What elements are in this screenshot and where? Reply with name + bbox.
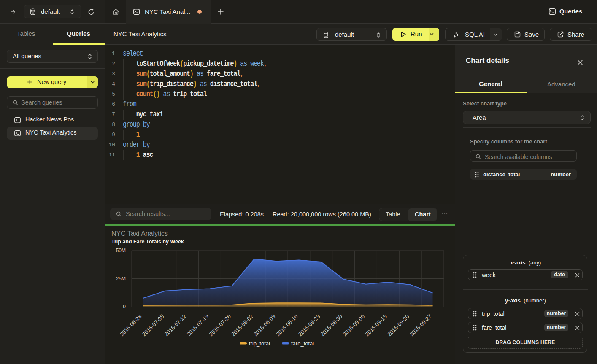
svg-text:2015-08-16: 2015-08-16: [275, 313, 299, 338]
svg-text:2015-08-23: 2015-08-23: [297, 313, 321, 338]
svg-text:fare_total: fare_total: [291, 340, 314, 347]
svg-text:0: 0: [123, 304, 126, 310]
svg-text:2015-09-13: 2015-09-13: [364, 313, 388, 338]
svg-text:2015-08-30: 2015-08-30: [319, 313, 344, 338]
svg-text:50M: 50M: [116, 248, 126, 253]
svg-text:2015-07-26: 2015-07-26: [208, 313, 232, 338]
svg-text:2015-06-28: 2015-06-28: [119, 313, 143, 338]
svg-text:2015-09-27: 2015-09-27: [408, 313, 433, 338]
svg-text:trip_total: trip_total: [249, 340, 270, 347]
svg-text:2015-07-05: 2015-07-05: [141, 313, 165, 338]
svg-text:2015-08-02: 2015-08-02: [230, 313, 254, 338]
svg-text:2015-07-19: 2015-07-19: [185, 313, 210, 338]
svg-text:2015-09-06: 2015-09-06: [341, 313, 366, 338]
svg-text:2015-07-12: 2015-07-12: [163, 313, 188, 338]
svg-text:25M: 25M: [116, 276, 126, 282]
svg-text:2015-08-09: 2015-08-09: [252, 313, 277, 338]
svg-text:2015-09-20: 2015-09-20: [386, 313, 411, 338]
